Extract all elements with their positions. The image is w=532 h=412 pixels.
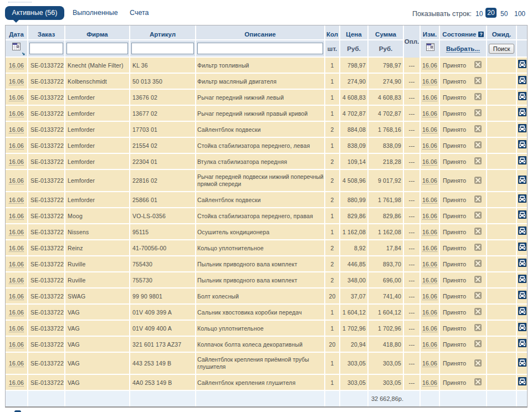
svg-text:?: ? [479, 32, 482, 37]
